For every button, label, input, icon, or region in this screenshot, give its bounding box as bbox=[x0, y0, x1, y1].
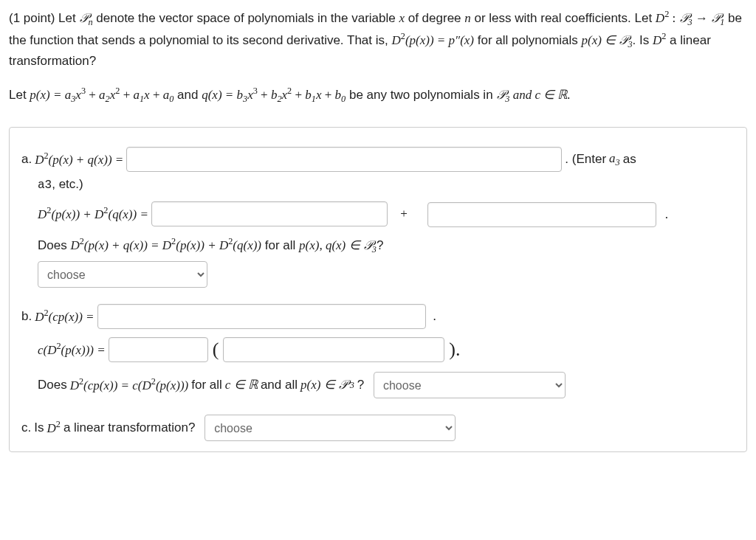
problem-container: (1 point) Let 𝒫n denote the vector space… bbox=[9, 7, 747, 452]
select-b-homogeneity[interactable]: choose bbox=[374, 372, 566, 398]
input-b-dcp[interactable] bbox=[97, 304, 426, 329]
part-a: a. D2(p(x) + q(x)) = . (Enter a3 as a3, … bbox=[21, 147, 735, 288]
problem-header: (1 point) Let 𝒫n denote the vector space… bbox=[9, 7, 747, 71]
input-a-dq[interactable] bbox=[427, 202, 656, 227]
part-c-label: c. bbox=[21, 418, 31, 437]
points-label: (1 point) bbox=[9, 11, 55, 25]
part-c: c. Is D2 a linear transformation? choose bbox=[21, 415, 735, 441]
input-b-inner[interactable] bbox=[223, 337, 444, 362]
answers-box: a. D2(p(x) + q(x)) = . (Enter a3 as a3, … bbox=[9, 127, 747, 452]
input-b-scalar[interactable] bbox=[109, 337, 208, 362]
select-a-additivity[interactable]: choose bbox=[38, 261, 207, 288]
part-b: b. D2(cp(x)) = . c(D2(p(x))) = ( ). Does… bbox=[21, 304, 735, 398]
input-a-sum-derivative[interactable] bbox=[126, 147, 562, 172]
input-a-dp[interactable] bbox=[151, 201, 388, 226]
select-c-linear[interactable]: choose bbox=[205, 415, 456, 441]
part-a-label: a. bbox=[21, 150, 32, 169]
polynomial-definitions: Let p(x) = a3x3 + a2x2 + a1x + a0 and q(… bbox=[9, 84, 747, 106]
part-b-label: b. bbox=[21, 307, 32, 326]
